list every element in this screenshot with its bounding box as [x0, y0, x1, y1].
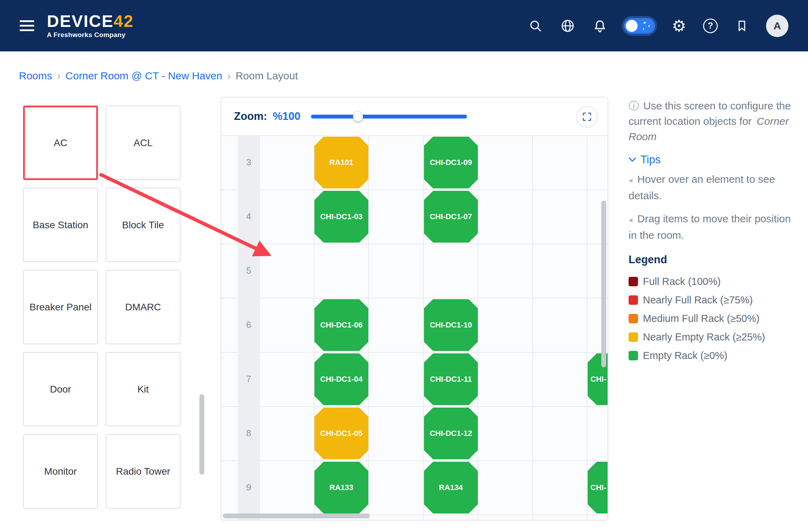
rack-chi-dc1-04[interactable]: CHI-DC1-04: [314, 353, 368, 405]
help-icon[interactable]: [703, 19, 718, 33]
canvas-header: Zoom: %100: [221, 98, 608, 135]
palette-item-label: Monitor: [44, 466, 77, 477]
rack-label: CHI-: [590, 375, 606, 384]
toggle-knob: [626, 20, 638, 32]
legend-item: Nearly Empty Rack (≥25%): [629, 328, 799, 346]
tip-item: ◂Hover over an element to see details.: [629, 172, 799, 203]
notifications-icon[interactable]: [592, 18, 608, 34]
breadcrumb-link[interactable]: Rooms: [19, 70, 52, 82]
rack-chi-dc1-10[interactable]: CHI-DC1-10: [424, 299, 478, 351]
rack-ra133[interactable]: RA133: [314, 462, 368, 513]
tips-toggle[interactable]: Tips: [629, 153, 799, 166]
zoom-label: Zoom:: [234, 110, 267, 123]
page: DEVICE42 A Freshworks Company: [0, 0, 808, 532]
rack-label: CHI-DC1-07: [430, 212, 472, 221]
info-icon: ⓘ: [629, 100, 639, 112]
room-layout-canvas: Zoom: %100 3456789 RA101CHI-DC1-09CHI-DC…: [221, 97, 608, 520]
rack-label: RA133: [329, 483, 353, 492]
tip-bullet-icon: ◂: [629, 215, 632, 224]
rack-chi-dc1-11[interactable]: CHI-DC1-11: [424, 353, 478, 405]
rack-chi-dc1-06[interactable]: CHI-DC1-06: [314, 299, 368, 351]
rack-ra101[interactable]: RA101: [314, 137, 368, 188]
legend-item: Medium Full Rack (≥50%): [629, 309, 799, 328]
avatar[interactable]: A: [766, 15, 788, 37]
rack-label: CHI-DC1-05: [320, 429, 362, 438]
logo-text: DEVICE42: [47, 13, 134, 30]
settings-icon[interactable]: [671, 18, 687, 34]
legend-label: Nearly Empty Rack (≥25%): [643, 331, 765, 343]
logo-accent: 42: [114, 12, 134, 30]
palette-item-label: ACL: [134, 137, 153, 149]
palette-scrollbar[interactable]: [199, 394, 204, 475]
rack-ra134[interactable]: RA134: [424, 462, 478, 513]
legend-list: Full Rack (100%)Nearly Full Rack (≥75%)M…: [629, 272, 799, 365]
theme-toggle[interactable]: [624, 18, 655, 34]
intro-text: ⓘUse this screen to configure the curren…: [629, 98, 799, 144]
rack-label: CHI-DC1-12: [430, 429, 472, 438]
canvas-horizontal-scrollbar[interactable]: [223, 513, 370, 518]
palette-item-label: DMARC: [125, 302, 161, 313]
logo-subtitle: A Freshworks Company: [47, 31, 134, 39]
zoom-value: %100: [273, 110, 300, 123]
legend-swatch: [629, 295, 638, 305]
palette-grid: ACACLBase StationBlock TileBreaker Panel…: [23, 106, 180, 509]
fullscreen-button[interactable]: [576, 106, 598, 128]
palette-item-door[interactable]: Door: [23, 352, 98, 426]
rack-chi-partial[interactable]: CHI-: [588, 462, 608, 513]
legend-swatch: [629, 332, 638, 342]
palette-item-acl[interactable]: ACL: [106, 106, 180, 180]
bookmark-icon[interactable]: [734, 18, 750, 34]
menu-icon[interactable]: [20, 20, 34, 31]
legend-label: Empty Rack (≥0%): [643, 350, 728, 361]
tip-text: Drag items to move their position in the…: [629, 213, 791, 241]
palette-item-block-tile[interactable]: Block Tile: [106, 188, 180, 262]
canvas-vertical-scrollbar[interactable]: [601, 201, 606, 367]
navbar-left: DEVICE42 A Freshworks Company: [20, 13, 134, 39]
rack-chi-dc1-05[interactable]: CHI-DC1-05: [314, 408, 368, 459]
rack-chi-dc1-12[interactable]: CHI-DC1-12: [424, 408, 478, 459]
palette-item-breaker-panel[interactable]: Breaker Panel: [23, 270, 98, 344]
palette-item-label: Block Tile: [122, 220, 164, 231]
palette-item-label: Door: [50, 384, 71, 395]
legend-label: Nearly Full Rack (≥75%): [643, 294, 753, 306]
palette-item-ac[interactable]: AC: [23, 106, 98, 180]
top-navbar: DEVICE42 A Freshworks Company: [0, 0, 808, 51]
info-panel: ⓘUse this screen to configure the curren…: [629, 98, 799, 365]
globe-icon[interactable]: [560, 18, 576, 34]
palette-item-base-station[interactable]: Base Station: [23, 188, 98, 262]
logo[interactable]: DEVICE42 A Freshworks Company: [47, 13, 134, 39]
tips-label: Tips: [640, 153, 660, 166]
palette-item-label: Base Station: [33, 220, 88, 231]
palette-item-radio-tower[interactable]: Radio Tower: [106, 434, 180, 509]
rack-label: CHI-: [590, 483, 606, 492]
zoom-slider[interactable]: [311, 115, 467, 118]
legend-title: Legend: [629, 253, 799, 266]
fullscreen-icon: [582, 112, 592, 122]
zoom-slider-thumb[interactable]: [353, 112, 363, 122]
legend-swatch: [629, 351, 638, 360]
breadcrumb: Rooms›Corner Room @ CT - New Haven›Room …: [19, 70, 298, 82]
rack-label: CHI-DC1-04: [320, 375, 362, 384]
tip-text: Hover over an element to see details.: [629, 173, 775, 201]
rack-chi-dc1-03[interactable]: CHI-DC1-03: [314, 191, 368, 243]
palette-item-label: Kit: [137, 384, 149, 395]
rack-label: RA101: [329, 158, 353, 167]
racks-layer: RA101CHI-DC1-09CHI-DC1-03CHI-DC1-07CHI-D…: [221, 135, 608, 520]
palette-item-monitor[interactable]: Monitor: [23, 434, 98, 509]
tip-item: ◂Drag items to move their position in th…: [629, 211, 799, 243]
palette-item-dmarc[interactable]: DMARC: [106, 270, 180, 344]
breadcrumb-separator: ›: [227, 70, 231, 82]
rack-chi-dc1-09[interactable]: CHI-DC1-09: [424, 137, 478, 188]
room-grid[interactable]: 3456789 RA101CHI-DC1-09CHI-DC1-03CHI-DC1…: [221, 135, 608, 520]
rack-label: CHI-DC1-03: [320, 212, 362, 221]
legend-item: Empty Rack (≥0%): [629, 346, 799, 365]
palette-item-kit[interactable]: Kit: [106, 352, 180, 426]
legend-swatch: [629, 314, 638, 323]
rack-label: CHI-DC1-06: [320, 321, 362, 330]
logo-main: DEVICE: [47, 12, 114, 30]
rack-chi-dc1-07[interactable]: CHI-DC1-07: [424, 191, 478, 243]
breadcrumb-link[interactable]: Corner Room @ CT - New Haven: [65, 70, 222, 82]
palette-item-label: Breaker Panel: [29, 302, 91, 313]
legend-label: Medium Full Rack (≥50%): [643, 313, 759, 324]
search-icon[interactable]: [527, 18, 544, 34]
